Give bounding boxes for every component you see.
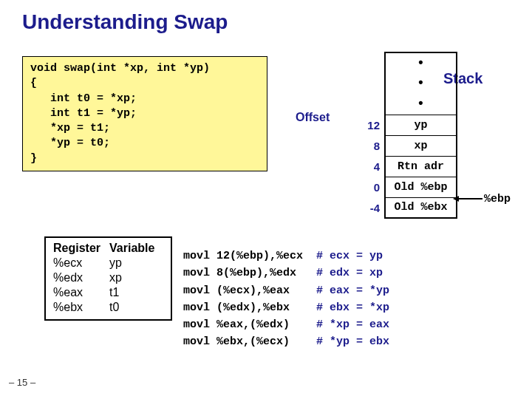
reg-header-register: Register: [53, 241, 109, 256]
slide-number: – 15 –: [9, 377, 35, 388]
reg-cell: %ebx: [53, 300, 109, 315]
code-box: void swap(int *xp, int *yp) { int t0 = *…: [22, 56, 267, 171]
reg-header-variable: Variable: [109, 241, 163, 256]
reg-cell: xp: [109, 270, 163, 285]
ebp-label: %ebp: [484, 193, 511, 205]
asm-line: movl 8(%ebp),%edx # edx = xp: [183, 267, 383, 279]
asm-line: movl (%edx),%ebx # ebx = *xp: [183, 301, 389, 314]
stack-offset: 12: [353, 115, 385, 135]
stack-offset: -4: [353, 197, 385, 218]
stack-cell: •: [385, 94, 457, 115]
asm-line: movl %eax,(%edx) # *xp = eax: [183, 318, 389, 331]
stack-cell: yp: [385, 115, 457, 135]
stack-cell: Old %ebx: [385, 197, 457, 218]
stack-cell: Rtn adr: [385, 156, 457, 177]
stack-offset: [353, 73, 385, 94]
stack-offset: 4: [353, 156, 385, 177]
ebp-arrow: [457, 198, 482, 200]
stack-offset: 8: [353, 135, 385, 156]
asm-line: movl (%ecx),%eax # eax = *yp: [183, 284, 389, 297]
stack-offset: [353, 94, 385, 115]
assembly-listing: movl 12(%ebp),%ecx # ecx = yp movl 8(%eb…: [183, 248, 389, 351]
stack-diagram: • • • 12yp 8xp 4Rtn adr 0Old %ebp -4Old …: [353, 52, 457, 219]
reg-cell: %eax: [53, 285, 109, 300]
asm-line: movl 12(%ebp),%ecx # ecx = yp: [183, 250, 383, 262]
reg-cell: yp: [109, 256, 163, 270]
stack-offset: [353, 52, 385, 73]
stack-cell: Old %ebp: [385, 177, 457, 197]
reg-cell: t1: [109, 285, 163, 300]
stack-cell: •: [385, 73, 457, 94]
reg-cell: %ecx: [53, 256, 109, 270]
reg-cell: %edx: [53, 270, 109, 285]
stack-offset: 0: [353, 177, 385, 197]
stack-cell: •: [385, 52, 457, 73]
offset-label: Offset: [296, 111, 330, 124]
page-title: Understanding Swap: [0, 0, 532, 34]
register-table: Register Variable %ecxyp %edxxp %eaxt1 %…: [44, 236, 172, 321]
stack-cell: xp: [385, 135, 457, 156]
reg-cell: t0: [109, 300, 163, 315]
asm-line: movl %ebx,(%ecx) # *yp = ebx: [183, 335, 389, 348]
